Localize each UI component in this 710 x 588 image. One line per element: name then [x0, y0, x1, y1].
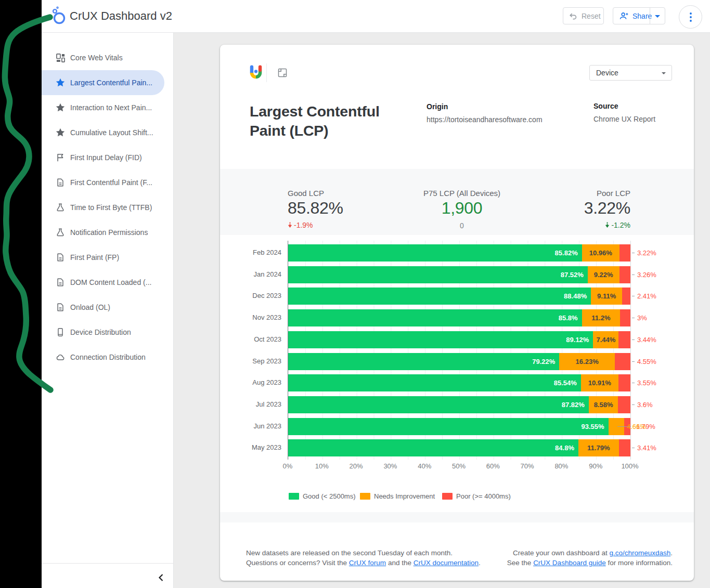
- sidebar-item-label: Core Web Vitals: [70, 54, 123, 62]
- sidebar-item-connection-distribution[interactable]: Connection Distribution: [42, 345, 164, 370]
- crux-forum-link[interactable]: CrUX forum: [349, 559, 386, 567]
- x-axis-tick-40: 40%: [409, 462, 440, 470]
- bar-row-jan-2024: 87.52%9.22%3.26%: [288, 266, 630, 283]
- more-options-button[interactable]: [679, 5, 702, 29]
- bar-segment-poor[interactable]: [619, 244, 630, 262]
- sidebar-item-onload-ol[interactable]: Onload (OL): [42, 295, 164, 320]
- share-dropdown-caret-icon[interactable]: [655, 15, 660, 18]
- sidebar-item-interaction-to-next-pain[interactable]: Interaction to Next Pain...: [42, 95, 164, 120]
- flag-icon: [55, 152, 66, 163]
- chevron-left-icon: [158, 573, 164, 582]
- doc-icon: [55, 277, 66, 288]
- device-filter-dropdown[interactable]: Device: [589, 65, 672, 81]
- x-axis-tick-60: 60%: [477, 462, 509, 470]
- bar-label-good: 88.48%: [288, 288, 587, 305]
- footer-line-1: New datasets are released on the second …: [246, 548, 481, 558]
- sidebar-navigation: Core Web VitalsLargest Contentful Pain..…: [42, 33, 174, 588]
- x-axis-tick-50: 50%: [443, 462, 474, 470]
- sidebar-item-label: Largest Contentful Pain...: [70, 79, 152, 87]
- share-button[interactable]: Share: [613, 7, 665, 24]
- poor-lcp-change: -1.2%: [611, 221, 630, 229]
- crux-dashboard-guide-link[interactable]: CrUX Dashboard guide: [533, 559, 606, 567]
- label-leader-line: [632, 275, 635, 275]
- chromeuxdash-link[interactable]: g.co/chromeuxdash: [609, 549, 670, 557]
- y-axis-label-oct-2023: Oct 2023: [230, 335, 281, 343]
- sidebar-item-label: Device Distribution: [70, 328, 131, 336]
- sidebar-item-time-to-first-byte-ttfb[interactable]: Time to First Byte (TTFB): [42, 195, 164, 220]
- x-axis-tick-80: 80%: [546, 462, 577, 470]
- x-axis-tick-100: 100%: [614, 462, 646, 470]
- sidebar-item-device-distribution[interactable]: Device Distribution: [42, 320, 164, 345]
- bar-row-jun-2023: 93.55%1.79%4.66%: [288, 418, 630, 435]
- bar-row-jul-2023: 87.82%8.58%3.6%: [288, 396, 630, 413]
- y-axis-label-nov-2023: Nov 2023: [230, 313, 281, 321]
- bar-segment-poor[interactable]: [619, 439, 630, 456]
- footer-right-line-1: Create your own dashboard at g.co/chrome…: [507, 548, 673, 558]
- sidebar-item-first-contentful-paint-f[interactable]: First Contentful Paint (F...: [42, 170, 164, 195]
- arrow-down-green-icon: [605, 222, 610, 228]
- bar-segment-poor[interactable]: [622, 288, 630, 305]
- share-button-divider: [650, 8, 650, 24]
- bar-segment-poor[interactable]: [618, 396, 630, 413]
- y-axis-label-may-2023: May 2023: [230, 443, 281, 451]
- sidebar-item-label: First Contentful Paint (F...: [70, 178, 152, 187]
- sidebar-item-dom-content-loaded[interactable]: DOM Content Loaded (...: [42, 270, 164, 295]
- bar-label-good: 85.8%: [288, 309, 578, 326]
- x-axis-tick-20: 20%: [341, 462, 372, 470]
- bar-label-needs-improvement: 7.44%: [593, 331, 618, 348]
- label-leader-line: [632, 318, 635, 318]
- poor-lcp-label: Poor LCP: [526, 189, 630, 198]
- bar-segment-poor[interactable]: [618, 374, 630, 391]
- device-filter-value: Device: [596, 69, 618, 77]
- bar-label-needs-improvement: 9.22%: [588, 266, 619, 283]
- sidebar-collapse-button[interactable]: [154, 571, 167, 584]
- source-label: Source: [593, 102, 618, 110]
- x-axis-tick-0: 0%: [272, 462, 303, 470]
- bar-label-needs-improvement: 16.23%: [559, 353, 615, 370]
- doc-icon: [55, 252, 66, 263]
- sidebar-bottom-divider: [42, 563, 173, 564]
- legend-swatch: [442, 493, 453, 500]
- sidebar-item-label: Cumulative Layout Shift...: [70, 128, 153, 137]
- sidebar-item-notification-permissions[interactable]: Notification Permissions: [42, 220, 164, 245]
- bar-segment-poor[interactable]: [620, 309, 630, 326]
- bar-label-good: 84.8%: [288, 439, 574, 456]
- left-black-strip: [0, 0, 42, 588]
- lcp-stacked-bar-chart: 85.82%10.96%3.22%87.52%9.22%3.26%88.48%9…: [288, 241, 631, 460]
- bar-label-needs-improvement: 4.66%: [627, 418, 646, 435]
- footer-left-text: New datasets are released on the second …: [246, 548, 481, 568]
- bar-segment-poor[interactable]: [618, 331, 630, 348]
- reset-button[interactable]: Reset: [563, 7, 604, 24]
- sidebar-item-core-web-vitals[interactable]: Core Web Vitals: [42, 45, 164, 70]
- bar-row-aug-2023: 85.54%10.91%3.55%: [288, 374, 630, 391]
- footer-right-line-2: See the CrUX Dashboard guide for more in…: [507, 558, 673, 568]
- crux-documentation-link[interactable]: CrUX documentation: [414, 559, 479, 567]
- sidebar-item-largest-contentful-pain[interactable]: Largest Contentful Pain...: [42, 70, 164, 95]
- legend-item-0: Good (< 2500ms): [289, 492, 356, 500]
- bar-label-good: 85.82%: [288, 244, 578, 262]
- y-axis-label-feb-2024: Feb 2024: [230, 249, 281, 256]
- label-leader-line: [632, 404, 635, 405]
- undo-icon: [569, 11, 578, 21]
- bar-label-needs-improvement: 11.2%: [582, 309, 621, 326]
- sidebar-item-first-paint-fp[interactable]: First Paint (FP): [42, 245, 164, 270]
- star-icon: [55, 127, 66, 138]
- sidebar-item-first-input-delay-fid[interactable]: First Input Delay (FID): [42, 145, 164, 170]
- bar-segment-poor[interactable]: [619, 266, 630, 283]
- bar-label-poor: 3%: [637, 309, 647, 326]
- p75-lcp-value: 1,900: [384, 199, 540, 218]
- share-label: Share: [632, 12, 652, 20]
- sidebar-item-cumulative-layout-shift[interactable]: Cumulative Layout Shift...: [42, 120, 164, 145]
- footer-right-text: Create your own dashboard at g.co/chrome…: [507, 548, 673, 568]
- legend-item-1: Needs Improvement: [360, 492, 435, 500]
- legend-label: Poor (>= 4000ms): [456, 492, 511, 500]
- doc-icon: [55, 177, 66, 188]
- sidebar-item-label: First Paint (FP): [70, 253, 119, 262]
- bar-segment-poor[interactable]: [615, 353, 630, 370]
- origin-value: https://tortoiseandharesoftware.com: [427, 115, 543, 124]
- bar-label-good: 89.12%: [288, 331, 589, 348]
- bar-label-good: 85.54%: [288, 374, 577, 391]
- origin-label: Origin: [427, 102, 448, 111]
- crux-dashboard-page: CrUX Dashboard v2 Reset Share Core W: [0, 0, 710, 588]
- arrow-down-red-icon: [288, 222, 292, 228]
